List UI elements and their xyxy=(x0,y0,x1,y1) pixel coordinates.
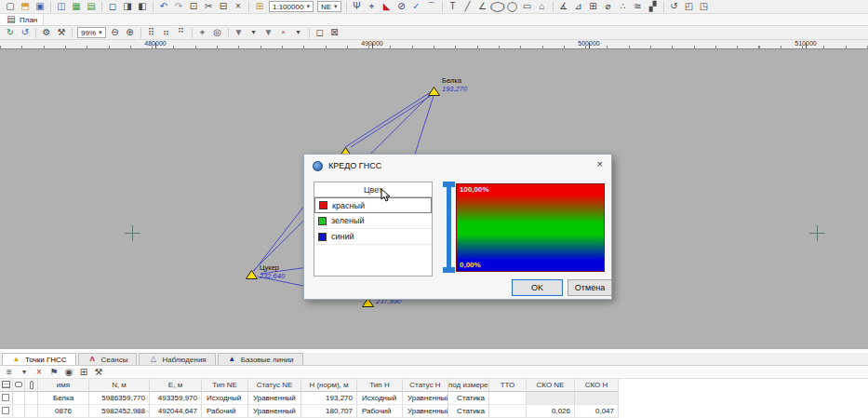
cell-e[interactable]: 493359,970 xyxy=(150,392,202,405)
cell-type-ne[interactable]: Рабочий xyxy=(202,405,248,418)
row-comment-cell[interactable] xyxy=(13,392,25,405)
pan-horizontal-button[interactable]: ⠶ xyxy=(160,27,173,39)
cell-type-h[interactable]: Исходный xyxy=(357,392,403,405)
cell-sko-ne[interactable]: 0,026 xyxy=(527,405,575,418)
copy-button[interactable]: ⊡ xyxy=(187,1,200,13)
angle-tool-button[interactable]: ∠ xyxy=(476,1,489,13)
filter-clear-dropdown-icon[interactable]: ▾ xyxy=(292,27,305,39)
slider-rail[interactable] xyxy=(447,185,451,270)
point-marker-hidden[interactable] xyxy=(340,143,352,153)
cell-type-ne[interactable]: Исходный xyxy=(202,392,248,405)
no-projection-button[interactable]: ⊘ xyxy=(395,1,408,13)
measure-angle-button[interactable]: ∡ xyxy=(557,1,570,13)
cell-sko-ne[interactable] xyxy=(527,392,575,405)
gnss-antenna-button[interactable]: Ψ xyxy=(351,1,364,13)
cell-method[interactable]: Статика xyxy=(448,405,489,418)
cell-status-h[interactable]: Уравненный xyxy=(403,405,448,418)
cell-method[interactable]: Статика xyxy=(448,392,489,405)
checkbox[interactable] xyxy=(2,407,9,414)
table-settings-button[interactable]: ⊞ xyxy=(77,366,90,378)
user-settings-button[interactable]: ⚙ xyxy=(40,27,53,39)
gnss-target-button[interactable]: ⌖ xyxy=(366,1,379,13)
color-item-blue[interactable]: синий xyxy=(314,229,432,245)
column-header[interactable]: H (норм), м xyxy=(301,379,357,392)
find-button[interactable]: ◉ xyxy=(62,366,75,378)
ok-button[interactable]: OK xyxy=(512,279,563,296)
open-button[interactable]: ⬒ xyxy=(19,1,32,13)
measure-area-button[interactable]: ▞ xyxy=(647,1,660,13)
import-points-button[interactable]: ◫ xyxy=(55,1,68,13)
filter-button[interactable]: ▼ xyxy=(233,27,246,39)
rebuild-button[interactable]: ↺ xyxy=(19,27,32,39)
arc-measure-button[interactable]: ⌒ xyxy=(425,1,438,13)
measure-points-button[interactable]: ∴ xyxy=(617,1,630,13)
comment-column-header[interactable] xyxy=(13,379,25,392)
chevron-down-icon[interactable]: ▾ xyxy=(18,366,31,378)
cell-h[interactable]: 180,707 xyxy=(301,405,357,418)
measure-congruent-button[interactable]: ≅ xyxy=(632,1,645,13)
zoom-combo[interactable]: 99% ▾ xyxy=(77,27,106,38)
column-header[interactable]: Тип H xyxy=(357,379,403,392)
filter-clear-x-icon[interactable]: × xyxy=(277,27,290,39)
filter-clear-button[interactable]: ▼ xyxy=(262,27,275,39)
dialog-titlebar[interactable]: КРЕДО ГНСС xyxy=(304,155,611,177)
text-tool-button[interactable]: T xyxy=(447,1,460,13)
export-table-button[interactable]: ▤ xyxy=(85,1,98,13)
column-header[interactable]: имя xyxy=(38,379,89,392)
cell-tto[interactable] xyxy=(489,392,527,405)
select-column-header[interactable] xyxy=(0,379,13,392)
column-header[interactable]: Тип NE xyxy=(202,379,248,392)
save-button[interactable]: ▣ xyxy=(33,1,47,13)
delete-row-button[interactable]: × xyxy=(33,366,46,378)
column-header[interactable]: ТТО xyxy=(489,379,527,392)
column-header[interactable]: СКО H xyxy=(575,379,619,392)
refresh-button[interactable]: ↻ xyxy=(4,27,17,39)
row-attachment-cell[interactable] xyxy=(25,392,38,405)
doc-settings-button[interactable]: ◨ xyxy=(121,1,134,13)
point-marker-belka[interactable] xyxy=(428,83,440,92)
tab-plan[interactable]: ▤ План xyxy=(0,14,44,25)
row-select-cell[interactable] xyxy=(0,405,13,418)
zoom-in-button[interactable]: ⊕ xyxy=(124,27,137,39)
doc-export-button[interactable]: ◧ xyxy=(136,1,149,13)
scale-combo[interactable]: 1:100000 ▾ xyxy=(269,1,314,12)
view-menu-button[interactable]: ≡ xyxy=(3,366,16,378)
vector-wedge-button[interactable]: ◣ xyxy=(381,1,394,13)
history-button[interactable]: ↺ xyxy=(668,1,681,13)
row-comment-cell[interactable] xyxy=(13,405,25,418)
grid-button[interactable]: ⊞ xyxy=(253,1,266,13)
line-tool-button[interactable]: ╱ xyxy=(461,1,474,13)
column-header[interactable]: N, м xyxy=(89,379,150,392)
cell-n[interactable]: 5982452,988 xyxy=(89,405,150,418)
redo-button[interactable]: ↷ xyxy=(172,1,185,13)
cell-type-h[interactable]: Рабочий xyxy=(357,405,403,418)
row-attachment-cell[interactable] xyxy=(25,405,38,418)
point-marker-zuker[interactable] xyxy=(246,266,258,276)
cell-status-h[interactable]: Уравненный xyxy=(403,392,448,405)
cell-name[interactable]: Белка xyxy=(38,392,89,405)
cut-button[interactable]: ✂ xyxy=(202,1,215,13)
tab-sessions[interactable]: Λ Сеансы xyxy=(78,353,138,365)
pan-button[interactable]: ⠿ xyxy=(145,27,158,39)
cell-e[interactable]: 492044,647 xyxy=(150,405,202,418)
cell-status-ne[interactable]: Уравненный xyxy=(248,392,301,405)
pan-vertical-button[interactable]: ⠛ xyxy=(175,27,188,39)
column-header[interactable]: под измерен xyxy=(448,379,489,392)
cell-h[interactable]: 193,270 xyxy=(301,392,357,405)
ellipse-tool-button[interactable]: ◯ xyxy=(487,1,506,13)
cell-sko-h[interactable]: 0,047 xyxy=(575,405,619,418)
tools-button[interactable]: ⚒ xyxy=(92,366,105,378)
new-document-button[interactable]: ▢ xyxy=(4,1,17,13)
column-header[interactable]: Статус NE xyxy=(248,379,301,392)
measure-triangle-button[interactable]: ⊿ xyxy=(572,1,585,13)
panel-left-button[interactable]: ◰ xyxy=(683,1,696,13)
table-row[interactable]: Белка 5986359,770 493359,970 Исходный Ур… xyxy=(0,392,868,405)
tab-observations[interactable]: △ Наблюдения xyxy=(139,353,215,365)
cell-n[interactable]: 5986359,770 xyxy=(89,392,150,405)
measure-diameter-button[interactable]: ⌀ xyxy=(602,1,615,13)
close-icon[interactable]: × xyxy=(597,158,603,169)
apply-check-button[interactable]: ✓ xyxy=(410,1,423,13)
column-header[interactable]: Статус H xyxy=(403,379,448,392)
select-target-button[interactable]: ⌖ xyxy=(196,27,209,39)
pin-button[interactable]: ⚑ xyxy=(47,366,60,378)
